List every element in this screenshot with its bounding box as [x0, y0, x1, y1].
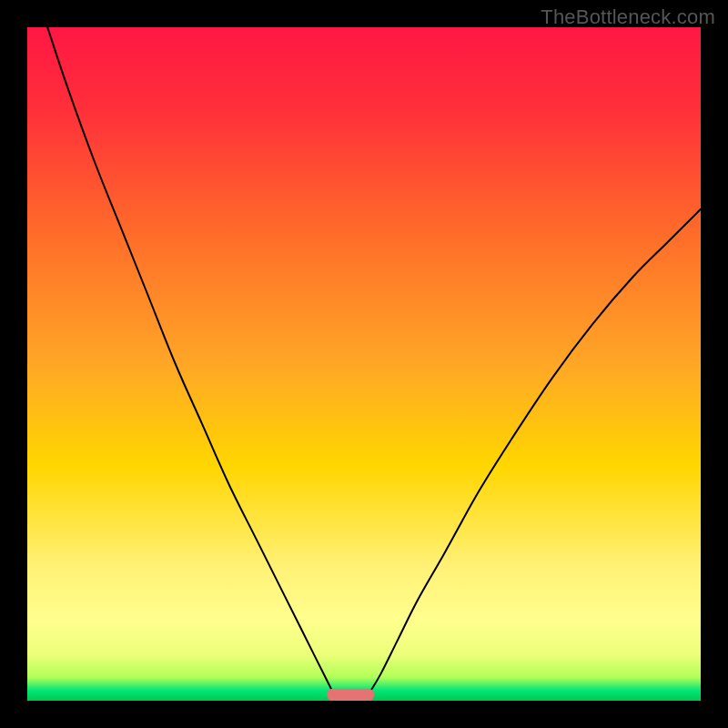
- bottleneck-marker: [327, 689, 374, 701]
- bottleneck-chart: [0, 0, 728, 728]
- chart-container: TheBottleneck.com: [0, 0, 728, 728]
- plot-background: [27, 27, 701, 701]
- watermark-text: TheBottleneck.com: [541, 5, 715, 29]
